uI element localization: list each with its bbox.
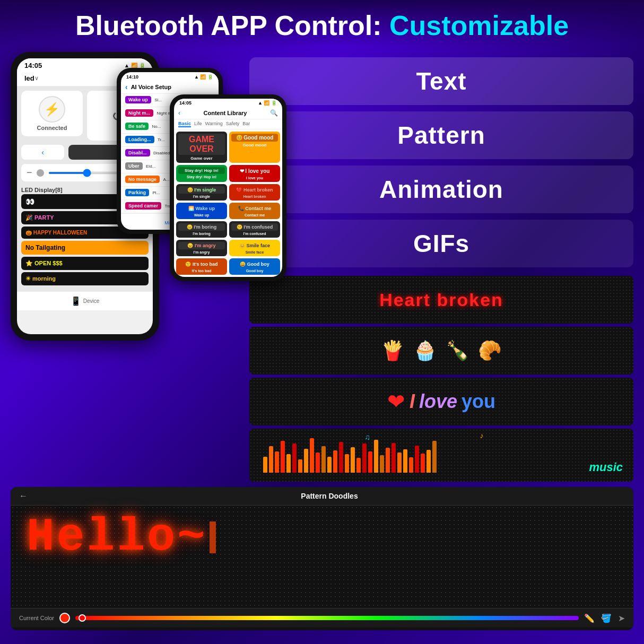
content-item-bad[interactable]: 🙁 It's too bad It's too bad (176, 258, 227, 275)
music-bar-23 (397, 452, 402, 473)
bread-icon: 🥐 (478, 340, 502, 362)
left-section: 14:05 ▲ 📶 🔋 led ∨ + ⚡ (11, 52, 239, 482)
header-title-white: Bluetooth APP Control: (75, 10, 389, 41)
music-bar-15 (351, 447, 355, 473)
feature-pattern-label: Pattern (265, 121, 617, 150)
header-title-cyan: Customizable (389, 10, 569, 41)
right-section: Text Pattern Animation GIFs Heart broken… (249, 52, 633, 482)
tab-safety[interactable]: Safety (226, 121, 240, 127)
music-bar-26 (415, 446, 419, 473)
content-item-contact[interactable]: 📞 Contact me Contact me (229, 203, 280, 219)
feature-animation-label: Animation (265, 175, 617, 204)
music-bars-container (258, 438, 625, 473)
phone1-bottom-bar: 📱 Device (17, 292, 153, 310)
phone3-back-icon[interactable]: ‹ (178, 109, 180, 117)
bottom-section: ← Pattern Doodles Hello~ Current Color ✏… (0, 487, 644, 638)
music-bar-7 (304, 449, 308, 473)
phone2-time: 14:10 (126, 74, 138, 80)
content-item-boy[interactable]: 😄 Good boy Good boy (229, 258, 280, 275)
brightness-minus[interactable]: − (27, 167, 32, 178)
phone2-wake-btn[interactable]: Wake up (125, 96, 151, 103)
content-grid: GAME OVER Game over 😊 Good mood Good moo… (174, 129, 282, 277)
phone1-chevron: ∨ (34, 75, 39, 82)
content-item-smile[interactable]: 😊 Smile face Smile face (229, 240, 280, 256)
music-bar-29 (432, 441, 437, 473)
content-item-wake[interactable]: 🌅 Wake up Wake up (176, 203, 227, 219)
phone3-header: ‹ Content Library 🔍 (174, 107, 282, 119)
phone3-tabs: Basic Life Warning Safety Bar (174, 119, 282, 129)
feature-gifs-label: GIFs (265, 229, 617, 258)
hello-text: Hello~ (11, 506, 633, 569)
music-bar-20 (380, 455, 384, 473)
phone2-disabled-btn[interactable]: Disabl... (125, 149, 150, 156)
phone2-nomsg-btn[interactable]: No message (125, 176, 160, 183)
music-bar-6 (298, 459, 302, 473)
love-heart-icon: ❤ (387, 389, 405, 414)
phone2-safe-btn[interactable]: Be safe (125, 123, 149, 130)
phone2-night-btn[interactable]: Night m... (125, 109, 153, 117)
phone3-search-icon[interactable]: 🔍 (270, 109, 278, 117)
content-item-confused[interactable]: 😕 I'm confused I'm confused (229, 221, 280, 238)
music-bar-19 (374, 440, 378, 473)
tab-warning[interactable]: Warning (205, 121, 223, 127)
phone2-parking-btn[interactable]: Parking (125, 189, 149, 196)
food-items: 🍟 🧁 🍾 🥐 (381, 340, 502, 362)
feature-animation: Animation (249, 166, 633, 213)
tab-life[interactable]: Life (194, 121, 202, 127)
pd-back-icon[interactable]: ← (19, 491, 28, 501)
music-bar-21 (386, 448, 390, 473)
bucket-tool[interactable]: 🪣 (601, 613, 612, 623)
music-bar-27 (421, 454, 425, 473)
color-slider-track[interactable] (75, 616, 579, 620)
feature-text-label: Text (265, 67, 617, 95)
led-item-4[interactable]: No Tailgating (21, 241, 149, 255)
music-bar-24 (403, 449, 407, 473)
music-bar-1 (269, 446, 273, 473)
music-bar-12 (333, 450, 337, 473)
eraser-tool[interactable]: ✏️ (584, 613, 595, 623)
phone1-time: 14:05 (24, 62, 42, 69)
content-item-single[interactable]: 😊 I'm single I'm single (176, 184, 227, 201)
content-item-game[interactable]: GAME OVER Game over (176, 132, 227, 163)
phone2-uber-label: Eld... (146, 164, 155, 169)
fries-icon: 🍟 (381, 340, 405, 362)
content-item-boring[interactable]: 😑 I'm boring I'm boring (176, 221, 227, 238)
music-bar-8 (310, 438, 314, 473)
music-bar-0 (263, 457, 267, 473)
phone2-uber-btn[interactable]: Uber (125, 162, 143, 170)
phone2-nav: ‹ AI Voice Setup (121, 81, 219, 94)
connected-label: Connected (37, 125, 67, 131)
content-item-hop[interactable]: Stay dry! Hop in! Stay dry! Hop in! (176, 165, 227, 182)
pd-content: Hello~ Current Color ✏️ 🪣 ➤ (11, 506, 633, 628)
phone2-title: AI Voice Setup (131, 84, 171, 90)
content-item-angry[interactable]: 😠 I'm angry I'm angry (176, 240, 227, 256)
device-icon: 📱 (71, 296, 81, 306)
phone2-back-icon[interactable]: ‹ (125, 83, 128, 91)
music-bar-9 (316, 452, 320, 473)
love-content: ❤ I love you (387, 389, 495, 414)
content-item-mood[interactable]: 😊 Good mood Good mood (229, 132, 280, 163)
music-bar-3 (281, 441, 285, 473)
phone2-speed-btn[interactable]: Speed camer (125, 202, 161, 210)
tab-basic[interactable]: Basic (178, 121, 191, 127)
phone1-app-name: led (24, 74, 34, 82)
color-label: Current Color (19, 615, 54, 621)
tab-bar[interactable]: Bar (242, 121, 250, 127)
bottle-icon: 🍾 (446, 340, 469, 362)
music-bar-25 (409, 457, 413, 473)
pd-header: ← Pattern Doodles (11, 487, 633, 506)
music-bar-28 (427, 450, 431, 473)
phone2-status: 14:10 ▲ 📶 🔋 (121, 72, 219, 81)
content-item-broken[interactable]: 💔 Heart broken Heart broken (229, 184, 280, 201)
led-item-5[interactable]: ⭐ OPEN $$$ (21, 257, 149, 270)
brightness-icon (37, 169, 44, 177)
content-item-love[interactable]: ❤ I love you I love you (229, 165, 280, 182)
music-bar-14 (345, 454, 349, 473)
phone2-loading-btn[interactable]: Loading... (125, 136, 154, 143)
back-button[interactable]: ‹ (21, 145, 64, 160)
phone2-safe-label: No... (152, 124, 161, 129)
led-item-6[interactable]: ☀ morning (21, 272, 149, 285)
phone3-status: 14:05 ▲ 📶 🔋 (174, 99, 282, 107)
send-tool[interactable]: ➤ (618, 613, 625, 623)
current-color-circle (59, 613, 70, 623)
